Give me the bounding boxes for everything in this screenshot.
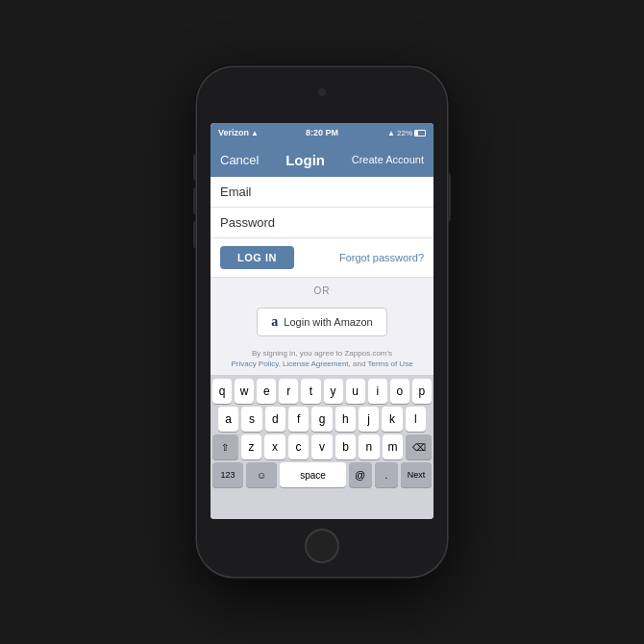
key-p[interactable]: p	[412, 379, 432, 404]
key-h[interactable]: h	[335, 407, 356, 432]
phone-device: Verizon ▲ 8:20 PM ▲ 22% Cancel Login Cre…	[197, 67, 447, 577]
emoji-key[interactable]: ☺	[246, 462, 277, 487]
keyboard-row-1: q w e r t y u i o p	[212, 379, 432, 404]
carrier-signal: Verizon ▲	[218, 128, 259, 137]
key-n[interactable]: n	[359, 434, 379, 459]
key-r[interactable]: r	[279, 379, 298, 404]
amazon-logo-icon: a	[271, 314, 278, 330]
battery-icon	[414, 130, 426, 136]
or-divider: OR	[211, 278, 433, 304]
key-v[interactable]: v	[311, 434, 332, 459]
login-row: LOG IN Forgot password?	[211, 238, 433, 278]
numbers-key[interactable]: 123	[212, 462, 243, 487]
battery-text: 22%	[397, 129, 412, 137]
email-field[interactable]: Email	[211, 177, 433, 208]
key-x[interactable]: x	[264, 434, 285, 459]
keyboard-row-2: a s d f g h j k l	[212, 407, 432, 432]
key-t[interactable]: t	[301, 379, 320, 404]
period-key[interactable]: .	[375, 462, 398, 487]
key-y[interactable]: y	[324, 379, 343, 404]
create-account-button[interactable]: Create Account	[352, 154, 424, 165]
battery-indicator: ▲ 22%	[387, 129, 426, 137]
password-label: Password	[220, 215, 275, 230]
privacy-section: By signing in, you agree to Zappos.com's…	[211, 344, 433, 375]
amazon-button-label: Login with Amazon	[284, 316, 372, 328]
key-u[interactable]: u	[346, 379, 365, 404]
at-key[interactable]: @	[349, 462, 372, 487]
key-q[interactable]: q	[212, 379, 232, 404]
key-e[interactable]: e	[257, 379, 276, 404]
key-a[interactable]: a	[218, 407, 238, 432]
key-s[interactable]: s	[241, 407, 261, 432]
keyboard: q w e r t y u i o p a s d f g h j k	[211, 375, 433, 519]
or-text: OR	[314, 285, 331, 296]
email-label: Email	[220, 185, 252, 199]
amazon-login-button[interactable]: a Login with Amazon	[257, 308, 386, 336]
space-key[interactable]: space	[280, 462, 345, 487]
key-c[interactable]: c	[288, 434, 309, 459]
status-bar: Verizon ▲ 8:20 PM ▲ 22%	[211, 123, 433, 142]
key-l[interactable]: l	[406, 407, 426, 432]
keyboard-bottom-row: 123 ☺ space @ . Next	[212, 462, 432, 489]
navigation-bar: Cancel Login Create Account	[211, 142, 433, 177]
location-icon: ▲	[387, 129, 395, 137]
amazon-section: a Login with Amazon	[211, 304, 433, 344]
phone-screen: Verizon ▲ 8:20 PM ▲ 22% Cancel Login Cre…	[211, 123, 433, 519]
nav-title: Login	[285, 152, 325, 168]
privacy-text: By signing in, you agree to Zappos.com's…	[230, 348, 414, 369]
forgot-password-link[interactable]: Forgot password?	[339, 252, 424, 263]
camera	[318, 88, 326, 96]
key-d[interactable]: d	[265, 407, 285, 432]
key-i[interactable]: i	[368, 379, 387, 404]
key-f[interactable]: f	[288, 407, 309, 432]
privacy-policy-link[interactable]: Privacy Policy	[231, 359, 278, 368]
key-z[interactable]: z	[241, 434, 261, 459]
status-time: 8:20 PM	[306, 128, 338, 137]
cancel-button[interactable]: Cancel	[220, 153, 259, 167]
carrier-name: Verizon	[218, 128, 249, 137]
key-b[interactable]: b	[335, 434, 356, 459]
delete-key[interactable]: ⌫	[406, 434, 432, 459]
home-button[interactable]	[305, 529, 339, 563]
key-w[interactable]: w	[235, 379, 254, 404]
key-j[interactable]: j	[359, 407, 379, 432]
next-key[interactable]: Next	[401, 462, 432, 487]
terms-of-use-link[interactable]: Terms of Use	[367, 359, 412, 368]
password-field[interactable]: Password	[211, 208, 433, 238]
key-g[interactable]: g	[311, 407, 332, 432]
key-m[interactable]: m	[383, 434, 403, 459]
keyboard-row-3: ⇧ z x c v b n m ⌫	[212, 434, 432, 459]
shift-key[interactable]: ⇧	[212, 434, 238, 459]
key-o[interactable]: o	[390, 379, 409, 404]
key-k[interactable]: k	[382, 407, 402, 432]
login-button[interactable]: LOG IN	[220, 246, 294, 269]
license-agreement-link[interactable]: License Agreement	[283, 359, 349, 368]
wifi-icon: ▲	[251, 129, 259, 137]
